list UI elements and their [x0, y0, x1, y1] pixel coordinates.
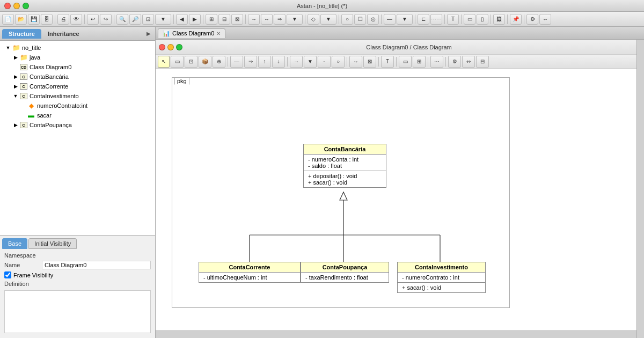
tool-size[interactable]: ↔: [349, 56, 362, 68]
tb-line-menu[interactable]: ▼: [397, 14, 413, 25]
tree-item-sacar[interactable]: ▬ sacar: [0, 111, 155, 120]
diagram-tab-close[interactable]: ✕: [216, 31, 221, 36]
tree-item-java[interactable]: ▶ 📁 java: [0, 53, 155, 62]
tool-layout[interactable]: ⊟: [476, 56, 489, 68]
tb-arrow2[interactable]: ↔: [261, 14, 273, 25]
tb-arrow3[interactable]: ⇒: [274, 14, 286, 25]
tb-img[interactable]: 🖼: [493, 14, 505, 25]
tb-more1[interactable]: ⚙: [526, 14, 538, 25]
uml-class-contacorrente[interactable]: ContaCorrente - ultimoChequeNum : int: [199, 262, 301, 283]
tool-frame[interactable]: ⊡: [185, 56, 197, 68]
tab-inheritance[interactable]: Inheritance: [41, 29, 86, 39]
props-definition-textarea[interactable]: [4, 290, 151, 333]
close-button[interactable]: [4, 3, 11, 9]
tb-circle1[interactable]: ○: [341, 14, 353, 25]
tool-down[interactable]: ↓: [272, 56, 285, 68]
tool-up[interactable]: ↑: [258, 56, 271, 68]
tree-item-classdiagram0[interactable]: CD Class Diagram0: [0, 62, 155, 72]
tb-shape2[interactable]: ☐: [354, 14, 366, 25]
canvas-area[interactable]: pkg: [156, 69, 636, 330]
diagram-tab-classdiagram0[interactable]: 📊 Class Diagram0 ✕: [158, 28, 225, 38]
tb-line1[interactable]: —: [384, 14, 396, 25]
tb-print[interactable]: 🖨: [57, 14, 69, 25]
tb-shape-menu[interactable]: ▼: [320, 14, 336, 25]
uml-class-contapoupanca[interactable]: ContaPoupança - taxaRendimento : float: [301, 262, 389, 283]
props-tab-base[interactable]: Base: [2, 238, 27, 249]
tool-rect[interactable]: ▭: [171, 56, 184, 68]
tool-package[interactable]: 📦: [199, 56, 211, 68]
inner-close[interactable]: [159, 44, 165, 50]
props-name-input[interactable]: [42, 261, 151, 269]
tb-diagram3[interactable]: ⊠: [231, 14, 243, 25]
sep4: [173, 14, 174, 24]
tool-text[interactable]: T: [381, 56, 394, 68]
tb-line2[interactable]: ⋯⋯: [430, 14, 442, 25]
tb-zoom-in[interactable]: 🔍: [116, 14, 128, 25]
tool-dot[interactable]: ·: [318, 56, 331, 68]
tree-item-contacorrente[interactable]: ▶ C ContaCorrente: [0, 82, 155, 91]
tb-arrow-menu[interactable]: ▼: [287, 14, 303, 25]
right-scrollbar[interactable]: [636, 40, 644, 338]
tool-arrow-menu[interactable]: ▼: [304, 56, 317, 68]
uml-class-contabancaria[interactable]: ContaBancária - numeroConta : int - sald…: [303, 144, 386, 188]
tb-text[interactable]: T: [447, 14, 459, 25]
tool-size2[interactable]: ⊠: [363, 56, 376, 68]
tb-rect2[interactable]: ▯: [477, 14, 488, 25]
tb-diagram[interactable]: ⊞: [206, 14, 217, 25]
tb-back[interactable]: ◀: [176, 14, 188, 25]
tool-rect3[interactable]: ⊞: [413, 56, 426, 68]
tb-new[interactable]: 📄: [2, 14, 14, 25]
tree-item-contapoupanca[interactable]: ▶ C ContaPoupança: [0, 120, 155, 130]
tree-item-contabancaria[interactable]: ▶ C ContaBancária: [0, 72, 155, 82]
tab-arrow[interactable]: ▶: [144, 30, 153, 38]
tree-item-numercontrato[interactable]: ◆ numeroContrato:int: [0, 101, 155, 111]
tool-resize[interactable]: ⇔: [462, 56, 475, 68]
bottom-scrollbar[interactable]: [156, 330, 636, 338]
maximize-button[interactable]: [23, 3, 29, 9]
tool-line[interactable]: —: [230, 56, 243, 68]
tb-undo[interactable]: ↩: [87, 14, 99, 25]
tb-save[interactable]: 💾: [28, 14, 40, 25]
tb-redo[interactable]: ↪: [100, 14, 112, 25]
folder-icon-java: 📁: [19, 53, 28, 62]
tb-save-all[interactable]: 🗄: [41, 14, 53, 25]
tb-shape1[interactable]: ◇: [308, 14, 319, 25]
sep8: [339, 14, 339, 24]
tb-preview[interactable]: 👁: [70, 14, 82, 25]
tb-arrow1[interactable]: →: [248, 14, 260, 25]
tb-diagram2[interactable]: ⊟: [218, 14, 230, 25]
tb-open[interactable]: 📂: [15, 14, 27, 25]
tb-pin[interactable]: 📌: [510, 14, 522, 25]
props-framevisibility-checkbox[interactable]: [4, 271, 11, 278]
props-name-row: Name: [4, 261, 151, 269]
tb-size1[interactable]: ⊏: [418, 14, 429, 25]
tb-zoom-fit[interactable]: ⊡: [142, 14, 154, 25]
inner-max[interactable]: [176, 44, 182, 50]
tb-forward[interactable]: ▶: [189, 14, 201, 25]
props-tab-initial-visibility[interactable]: Initial Visibility: [28, 238, 77, 249]
diagram-tab-bar: 📊 Class Diagram0 ✕: [156, 27, 644, 40]
tb-zoom-menu[interactable]: ▼: [155, 14, 171, 25]
tool-select[interactable]: ↖: [158, 56, 170, 68]
tab-structure[interactable]: Structure: [2, 29, 41, 39]
tool-rect2[interactable]: ▭: [399, 56, 412, 68]
class-icon-contapoupanca: C: [19, 121, 28, 129]
props-namespace-row: Namespace: [4, 252, 151, 259]
tool-gear[interactable]: ⚙: [448, 56, 461, 68]
tree-view[interactable]: ▼ 📁 no_title ▶ 📁 java CD Class Diagram0 …: [0, 41, 155, 236]
uml-class-containvestimento[interactable]: ContaInvestimento - numeroContrato : int…: [397, 262, 486, 293]
inner-min[interactable]: [167, 44, 174, 50]
diagram-inner: Class Diagram0 / Class Diagram ↖ ▭ ⊡ 📦 ⊕…: [156, 40, 644, 338]
tb-zoom-out[interactable]: 🔎: [129, 14, 141, 25]
tb-rect1[interactable]: ▭: [464, 14, 475, 25]
tree-item-no_title[interactable]: ▼ 📁 no_title: [0, 43, 155, 53]
tree-item-containvestimento[interactable]: ▼ C ContaInvestimento: [0, 91, 155, 101]
tb-more2[interactable]: ↔: [539, 14, 551, 25]
tool-dline[interactable]: ⇒: [244, 56, 257, 68]
tool-pin[interactable]: ⊕: [213, 56, 225, 68]
tool-dashed[interactable]: ⋯: [430, 56, 443, 68]
tool-arrow1[interactable]: →: [290, 56, 303, 68]
minimize-button[interactable]: [13, 3, 20, 9]
tb-shape3[interactable]: ◎: [367, 14, 379, 25]
tool-circle[interactable]: ○: [332, 56, 345, 68]
